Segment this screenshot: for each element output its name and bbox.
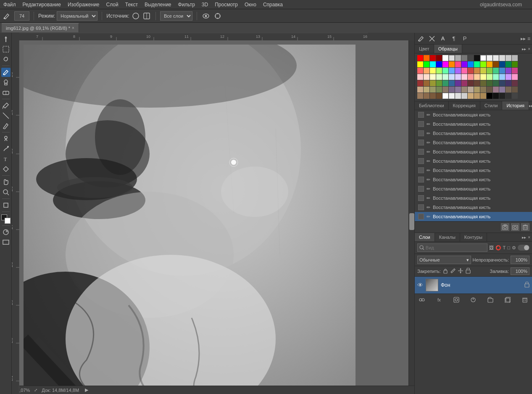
vertical-scroll-thumb[interactable] bbox=[409, 213, 414, 230]
swatch[interactable] bbox=[506, 55, 511, 61]
link-layers-button[interactable] bbox=[417, 296, 427, 304]
lock-pixels-icon[interactable] bbox=[442, 268, 448, 275]
swatch[interactable] bbox=[442, 55, 448, 61]
swatch[interactable] bbox=[424, 74, 429, 80]
screen-mode-tool[interactable] bbox=[1, 238, 11, 247]
swatch[interactable] bbox=[474, 55, 480, 61]
menu-help[interactable]: Справка bbox=[263, 2, 283, 8]
history-camera-icon[interactable] bbox=[511, 223, 519, 231]
swatch[interactable] bbox=[480, 68, 486, 74]
swatch[interactable] bbox=[417, 68, 423, 74]
swatch[interactable] bbox=[499, 74, 505, 80]
swatch[interactable] bbox=[468, 93, 474, 99]
swatch[interactable] bbox=[449, 80, 455, 86]
move-tool[interactable] bbox=[1, 34, 11, 44]
crop-tool[interactable] bbox=[1, 201, 11, 210]
opacity-input[interactable] bbox=[511, 256, 529, 264]
layers-search-input[interactable] bbox=[426, 245, 485, 250]
background-color[interactable] bbox=[5, 218, 11, 224]
swatch[interactable] bbox=[424, 80, 429, 86]
swatch[interactable] bbox=[442, 87, 448, 93]
swatch[interactable] bbox=[442, 80, 448, 86]
history-snapshot-icon[interactable] bbox=[501, 223, 509, 231]
swatch[interactable] bbox=[480, 93, 486, 99]
swatch[interactable] bbox=[442, 68, 448, 74]
swatch[interactable] bbox=[493, 87, 499, 93]
tab-styles[interactable]: Стили bbox=[480, 101, 503, 110]
history-checkbox[interactable] bbox=[418, 149, 424, 155]
swatch[interactable] bbox=[424, 93, 429, 99]
text-tool[interactable]: T bbox=[1, 154, 11, 164]
swatch[interactable] bbox=[417, 74, 423, 80]
history-checkbox[interactable] bbox=[418, 158, 424, 164]
source-brush-icon[interactable] bbox=[142, 11, 151, 21]
history-item[interactable]: ✏ Восстанавливающая кисть bbox=[415, 156, 532, 166]
zoom-tool[interactable] bbox=[1, 188, 11, 197]
menu-select[interactable]: Выделение bbox=[145, 2, 171, 8]
swatch[interactable] bbox=[506, 93, 511, 99]
swatch[interactable] bbox=[474, 68, 480, 74]
swatch[interactable] bbox=[461, 93, 467, 99]
document-tab[interactable]: img612.jpg @ 69,1% (RGB/8) * × bbox=[2, 23, 79, 32]
history-checkbox[interactable] bbox=[418, 140, 424, 145]
swatch[interactable] bbox=[461, 61, 467, 67]
swatch[interactable] bbox=[455, 55, 461, 61]
healing-brush-tool[interactable] bbox=[1, 68, 11, 77]
add-mask-button[interactable] bbox=[452, 296, 461, 304]
selection-tool[interactable] bbox=[1, 45, 11, 54]
lock-move-icon[interactable] bbox=[458, 268, 464, 275]
swatch[interactable] bbox=[487, 93, 492, 99]
fx-button[interactable]: fx bbox=[435, 296, 444, 304]
swatch[interactable] bbox=[442, 61, 448, 67]
swatch[interactable] bbox=[480, 74, 486, 80]
color-selector[interactable] bbox=[1, 214, 11, 224]
stamp-tool[interactable] bbox=[1, 78, 11, 87]
lock-brush-icon[interactable] bbox=[450, 268, 456, 275]
brush-size-input[interactable]: 74 bbox=[14, 11, 29, 21]
swatch[interactable] bbox=[424, 55, 429, 61]
swatch[interactable] bbox=[430, 93, 436, 99]
tab-channels[interactable]: Каналы bbox=[435, 233, 460, 241]
swatch[interactable] bbox=[512, 55, 518, 61]
history-checkbox[interactable] bbox=[418, 214, 424, 219]
history-checkbox[interactable] bbox=[418, 177, 424, 182]
swatch[interactable] bbox=[480, 55, 486, 61]
swatch[interactable] bbox=[512, 87, 518, 93]
layers-filter-icon-3[interactable]: T bbox=[503, 245, 506, 250]
panel-extra-icon[interactable]: P bbox=[460, 34, 469, 43]
swatch[interactable] bbox=[461, 55, 467, 61]
swatch[interactable] bbox=[436, 55, 442, 61]
lock-all-icon[interactable] bbox=[465, 268, 471, 275]
menu-view[interactable]: Просмотр bbox=[215, 2, 238, 8]
swatch[interactable] bbox=[436, 61, 442, 67]
swatch[interactable] bbox=[417, 93, 423, 99]
panel-collapse-icon[interactable]: ▸▸ bbox=[521, 36, 526, 42]
swatch[interactable] bbox=[512, 68, 518, 74]
lasso-tool[interactable] bbox=[1, 55, 11, 64]
tab-swatches[interactable]: Образцы bbox=[434, 45, 462, 53]
mode-select[interactable]: Нормальный bbox=[57, 11, 97, 21]
pen-tool[interactable] bbox=[1, 144, 11, 153]
tab-libraries[interactable]: Библиотеки bbox=[415, 101, 449, 110]
swatch[interactable] bbox=[487, 87, 492, 93]
panel-type-icon[interactable]: A bbox=[438, 34, 448, 43]
canvas-content[interactable] bbox=[19, 40, 414, 386]
swatch[interactable] bbox=[468, 87, 474, 93]
history-checkbox[interactable] bbox=[418, 121, 424, 127]
panel-menu-icon[interactable]: ≡ bbox=[527, 36, 530, 42]
play-icon[interactable]: ▶ bbox=[85, 387, 88, 393]
swatch[interactable] bbox=[468, 80, 474, 86]
history-item[interactable]: ✏ Восстанавливающая кисть bbox=[415, 138, 532, 147]
swatch[interactable] bbox=[449, 61, 455, 67]
swatch[interactable] bbox=[487, 61, 492, 67]
swatch[interactable] bbox=[430, 80, 436, 86]
tab-history[interactable]: История bbox=[502, 101, 529, 110]
new-group-button[interactable] bbox=[486, 296, 495, 304]
swatch[interactable] bbox=[474, 87, 480, 93]
swatch[interactable] bbox=[424, 87, 429, 93]
menu-text[interactable]: Текст bbox=[125, 2, 138, 8]
menu-file[interactable]: Файл bbox=[3, 2, 16, 8]
history-item[interactable]: ✏ Восстанавливающая кисть bbox=[415, 166, 532, 175]
swatch[interactable] bbox=[506, 74, 511, 80]
swatch[interactable] bbox=[506, 61, 511, 67]
